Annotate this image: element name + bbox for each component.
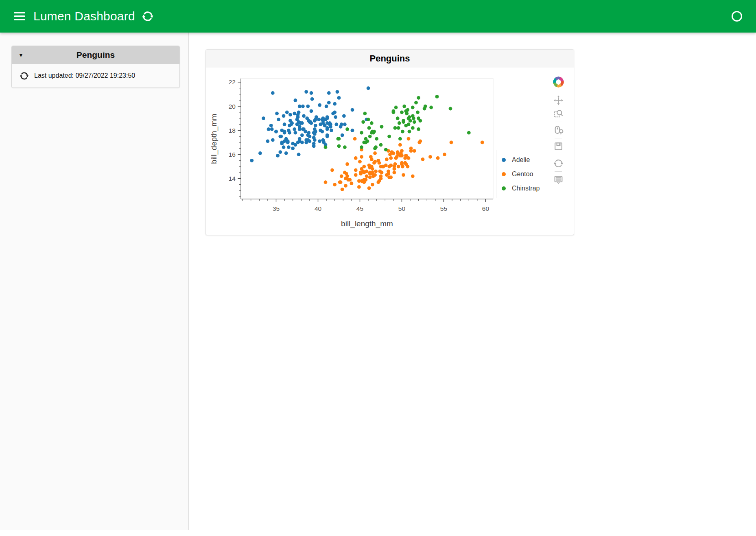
refresh-icon: [142, 18, 154, 24]
legend-item-adelie: Adelie: [502, 153, 543, 167]
bokeh-logo[interactable]: [553, 77, 564, 88]
svg-text:18: 18: [229, 127, 236, 134]
plot-area: 3540455055601416182022bill_length_mmbill…: [206, 68, 574, 235]
legend-marker-chinstrap: [502, 186, 506, 190]
sidebar: ▼ Penguins Last updated: 09/27/2022 19:2…: [0, 33, 189, 530]
svg-text:bill_depth_mm: bill_depth_mm: [210, 114, 218, 164]
svg-text:bill_length_mm: bill_length_mm: [341, 219, 393, 228]
svg-text:40: 40: [315, 205, 322, 212]
svg-text:14: 14: [229, 175, 236, 182]
bokeh-toolbar: [552, 77, 564, 186]
main-content: Penguins 3540455055601416182022bill_leng…: [190, 33, 756, 536]
svg-text:16: 16: [229, 151, 236, 158]
legend-marker-adelie: [502, 158, 506, 162]
app: Lumen Dashboard ▼ Penguins: [0, 0, 756, 536]
legend-label-gentoo: Gentoo: [512, 171, 533, 178]
pan-tool-button[interactable]: [553, 95, 564, 105]
plot-card-header: Penguins: [206, 50, 574, 68]
legend-item-chinstrap: Chinstrap: [502, 181, 543, 195]
svg-text:55: 55: [440, 205, 447, 212]
app-header: Lumen Dashboard: [0, 0, 756, 33]
sidebar-card-title: Penguins: [12, 50, 179, 60]
toolbar-divider: [555, 138, 562, 138]
sync-icon: [20, 71, 29, 81]
legend-marker-gentoo: [502, 172, 506, 176]
svg-text:50: 50: [398, 205, 406, 212]
toolbar-divider: [555, 122, 562, 122]
plot-card: Penguins 3540455055601416182022bill_leng…: [205, 49, 574, 235]
reset-tool-button[interactable]: [553, 158, 564, 168]
toolbar-divider: [555, 171, 562, 172]
sidebar-card-header[interactable]: ▼ Penguins: [12, 46, 179, 64]
save-tool-button[interactable]: [553, 141, 564, 151]
legend-label-chinstrap: Chinstrap: [512, 185, 540, 192]
svg-text:35: 35: [273, 205, 280, 212]
last-updated-text: Last updated: 09/27/2022 19:23:50: [34, 72, 135, 79]
menu-icon[interactable]: [14, 12, 25, 21]
sidebar-card-body: Last updated: 09/27/2022 19:23:50: [12, 64, 179, 88]
busy-indicator: [732, 11, 742, 22]
sidebar-card-penguins: ▼ Penguins Last updated: 09/27/2022 19:2…: [11, 46, 180, 88]
legend-label-adelie: Adelie: [512, 156, 530, 164]
app-title: Lumen Dashboard: [33, 9, 135, 23]
legend: Adelie Gentoo Chinstrap: [496, 150, 543, 198]
svg-text:22: 22: [229, 79, 236, 85]
wheel-zoom-tool-button[interactable]: [553, 125, 564, 135]
refresh-button[interactable]: [142, 10, 154, 22]
hover-tool-button[interactable]: [553, 175, 564, 185]
box-zoom-tool-button[interactable]: [553, 109, 564, 119]
plot-title: Penguins: [369, 53, 410, 64]
svg-text:20: 20: [229, 103, 236, 110]
collapse-caret-icon: ▼: [18, 52, 24, 58]
svg-text:60: 60: [482, 205, 489, 212]
legend-item-gentoo: Gentoo: [502, 167, 543, 181]
svg-text:45: 45: [356, 205, 363, 212]
